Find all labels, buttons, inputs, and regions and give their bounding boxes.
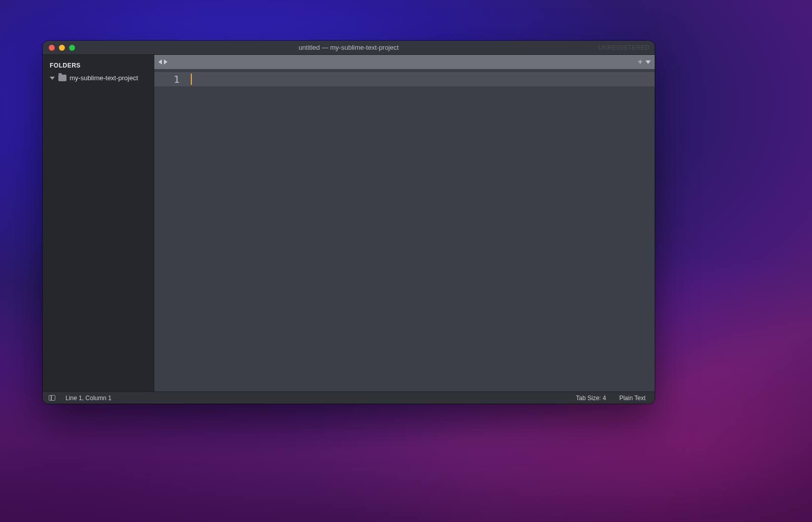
chevron-right-icon[interactable]	[164, 59, 167, 64]
window-body: FOLDERS my-sublime-text-project +	[43, 55, 655, 392]
folder-label: my-sublime-text-project	[70, 74, 138, 82]
editor-pane: + 1	[154, 55, 655, 392]
status-position[interactable]: Line 1, Column 1	[62, 395, 115, 402]
line-number[interactable]: 1	[154, 72, 187, 86]
tab-bar[interactable]: +	[154, 55, 655, 69]
folder-tree-item[interactable]: my-sublime-text-project	[43, 73, 154, 83]
sidebar-header: FOLDERS	[43, 60, 154, 73]
panel-switcher-icon[interactable]	[49, 395, 55, 401]
traffic-lights	[43, 45, 75, 51]
status-syntax[interactable]: Plain Text	[616, 395, 649, 402]
editor-line[interactable]	[187, 72, 655, 86]
chevron-down-icon[interactable]	[50, 77, 55, 80]
status-bar[interactable]: Line 1, Column 1 Tab Size: 4 Plain Text	[43, 392, 655, 404]
app-window: untitled — my-sublime-text-project UNREG…	[43, 41, 655, 404]
text-area[interactable]	[187, 69, 655, 392]
text-cursor	[191, 74, 192, 85]
gutter[interactable]: 1	[154, 69, 187, 392]
editor[interactable]: 1	[154, 69, 655, 392]
registration-status[interactable]: UNREGISTERED	[598, 41, 650, 54]
status-tab-size[interactable]: Tab Size: 4	[573, 395, 609, 402]
sidebar[interactable]: FOLDERS my-sublime-text-project	[43, 55, 154, 392]
window-title: untitled — my-sublime-text-project	[43, 44, 655, 51]
plus-icon[interactable]: +	[637, 58, 644, 66]
folder-icon	[58, 75, 66, 81]
chevron-left-icon[interactable]	[158, 59, 162, 64]
chevron-down-icon[interactable]	[646, 60, 651, 64]
close-window-button[interactable]	[49, 45, 55, 51]
maximize-window-button[interactable]	[69, 45, 75, 51]
titlebar[interactable]: untitled — my-sublime-text-project UNREG…	[43, 41, 655, 55]
minimize-window-button[interactable]	[59, 45, 65, 51]
